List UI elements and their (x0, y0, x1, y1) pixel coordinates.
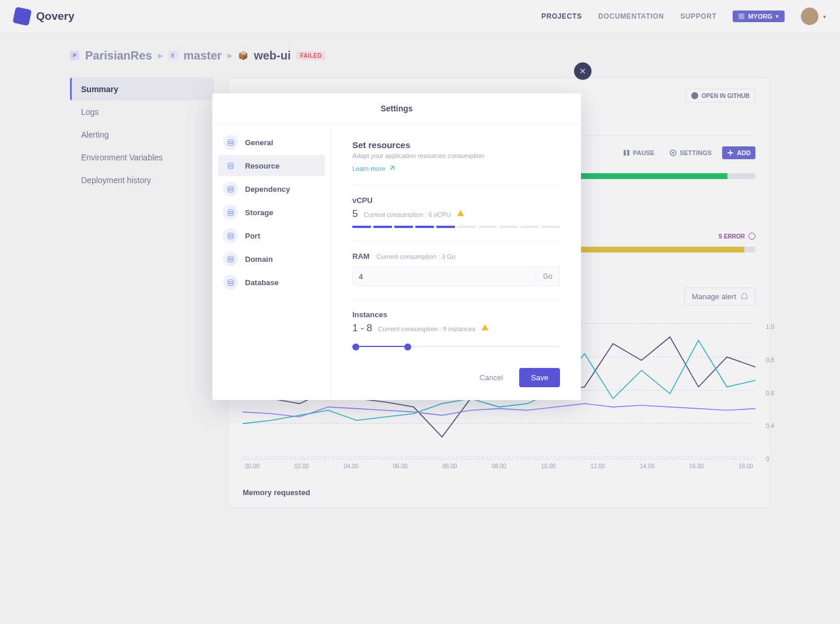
stack-icon (223, 205, 238, 220)
instances-range-slider[interactable] (352, 342, 560, 350)
svg-point-28 (228, 283, 233, 285)
stack-icon (223, 181, 238, 197)
ram-input[interactable] (352, 267, 536, 286)
range-handle-min[interactable] (352, 343, 359, 350)
panel-title: Set resources (352, 140, 560, 150)
modal-panel: Set resources Adapt your application res… (331, 124, 581, 400)
settings-modal: Settings GeneralResourceDependencyStorag… (212, 93, 581, 400)
stack-icon (223, 135, 238, 150)
close-icon[interactable]: ✕ (574, 62, 592, 80)
ram-note: Current consumption : 3 Go (377, 253, 456, 260)
modal-nav-dependency[interactable]: Dependency (218, 178, 325, 199)
svg-point-13 (228, 167, 233, 169)
modal-nav-database[interactable]: Database (218, 272, 325, 293)
svg-point-19 (228, 213, 233, 215)
instances-note: Current consumption : 9 instances (378, 325, 475, 332)
modal-nav-storage[interactable]: Storage (218, 202, 325, 223)
warning-icon (457, 209, 464, 217)
ram-label: RAM (352, 252, 370, 261)
range-handle-max[interactable] (404, 343, 411, 350)
stack-icon (223, 228, 238, 243)
modal-nav-general[interactable]: General (218, 132, 325, 153)
svg-point-10 (228, 143, 233, 145)
modal-nav-resource[interactable]: Resource (218, 155, 325, 176)
external-link-icon (388, 166, 394, 171)
learn-more-link[interactable]: Learn more (352, 165, 560, 172)
stack-icon (223, 275, 238, 290)
warning-icon (481, 324, 489, 331)
svg-point-25 (228, 260, 233, 262)
cancel-button[interactable]: Cancel (470, 368, 512, 387)
svg-point-22 (228, 237, 233, 239)
modal-nav: GeneralResourceDependencyStoragePortDoma… (212, 124, 331, 400)
vcpu-note: Current consumption : 6 vCPU (363, 211, 450, 218)
modal-nav-port[interactable]: Port (218, 225, 325, 246)
instances-range: 1 - 8 (352, 322, 372, 334)
ram-unit: Go (536, 267, 560, 286)
stack-icon (223, 158, 238, 173)
save-button[interactable]: Save (519, 368, 560, 387)
vcpu-label: vCPU (352, 196, 560, 205)
instances-label: Instances (352, 310, 560, 319)
modal-title: Settings (212, 93, 581, 124)
svg-point-16 (228, 190, 233, 192)
panel-subtitle: Adapt your application resources consump… (352, 152, 560, 159)
vcpu-value: 5 (352, 208, 358, 220)
stack-icon (223, 251, 238, 267)
vcpu-slider[interactable] (352, 226, 560, 228)
modal-nav-domain[interactable]: Domain (218, 248, 325, 269)
